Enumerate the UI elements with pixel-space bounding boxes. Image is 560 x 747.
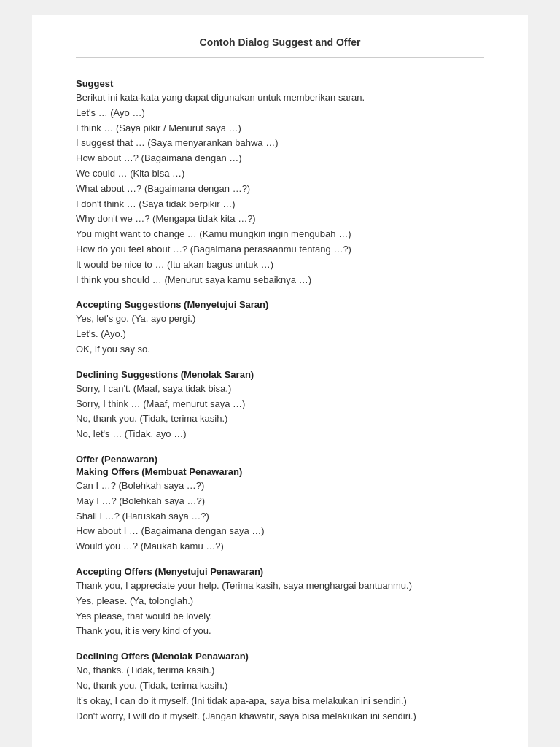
offer-line-3: How about I … (Bagaimana dengan saya …) [76,524,484,539]
accepting-suggestions-line-1: Let's. (Ayo.) [76,327,484,342]
section-heading-declining-suggestions: Declining Suggestions (Menolak Saran) [76,369,484,380]
accepting-offers-line-3: Thank you, it is very kind of you. [76,624,484,639]
page-title: Contoh Dialog Suggest and Offer [76,36,484,58]
offer-line-2: Shall I …? (Haruskah saya …?) [76,509,484,525]
suggest-line-5: We could … (Kita bisa …) [76,166,484,182]
offer-line-0: Can I …? (Bolehkah saya …?) [76,479,484,494]
declining-offers-line-2: It's okay, I can do it myself. (Ini tida… [76,694,484,709]
suggest-line-9: You might want to change … (Kamu mungkin… [76,227,484,242]
section-declining-suggestions: Declining Suggestions (Menolak Saran) So… [76,369,484,442]
suggest-line-4: How about …? (Bagaimana dengan …) [76,151,484,166]
accepting-suggestions-line-2: OK, if you say so. [76,342,484,357]
declining-suggestions-line-2: No, thank you. (Tidak, terima kasih.) [76,411,484,427]
accepting-offers-line-1: Yes, please. (Ya, tolonglah.) [76,594,484,609]
accepting-offers-line-0: Thank you, I appreciate your help. (Teri… [76,578,484,594]
suggest-line-0: Berikut ini kata-kata yang dapat digunak… [76,90,484,106]
section-heading-accepting-offers: Accepting Offers (Menyetujui Penawaran) [76,566,484,577]
accepting-suggestions-line-0: Yes, let's go. (Ya, ayo pergi.) [76,311,484,327]
declining-offers-line-0: No, thanks. (Tidak, terima kasih.) [76,663,484,678]
section-subheading-making-offers: Making Offers (Membuat Penawaran) [76,466,484,477]
section-heading-declining-offers: Declining Offers (Menolak Penawaran) [76,651,484,662]
section-offer: Offer (Penawaran) Making Offers (Membuat… [76,454,484,554]
section-heading-suggest: Suggest [76,78,484,89]
suggest-line-12: I think you should … (Menurut saya kamu … [76,273,484,288]
declining-offers-line-3: Don't worry, I will do it myself. (Janga… [76,709,484,724]
section-heading-offer: Offer (Penawaran) [76,454,484,465]
declining-offers-line-1: No, thank you. (Tidak, terima kasih.) [76,678,484,694]
section-accepting-suggestions: Accepting Suggestions (Menyetujui Saran)… [76,299,484,357]
suggest-line-6: What about …? (Bagaimana dengan …?) [76,182,484,197]
accepting-offers-line-2: Yes please, that would be lovely. [76,609,484,624]
suggest-line-10: How do you feel about …? (Bagaimana pera… [76,242,484,258]
section-suggest: Suggest Berikut ini kata-kata yang dapat… [76,78,484,287]
offer-line-4: Would you …? (Maukah kamu …?) [76,539,484,554]
declining-suggestions-line-1: Sorry, I think … (Maaf, menurut saya …) [76,397,484,412]
suggest-line-7: I don't think … (Saya tidak berpikir …) [76,197,484,212]
section-declining-offers: Declining Offers (Menolak Penawaran) No,… [76,651,484,724]
offer-line-1: May I …? (Bolehkah saya …?) [76,494,484,509]
suggest-line-11: It would be nice to … (Itu akan bagus un… [76,258,484,273]
suggest-line-3: I suggest that … (Saya menyarankan bahwa… [76,136,484,151]
page-container: Contoh Dialog Suggest and Offer Suggest … [32,15,528,747]
declining-suggestions-line-3: No, let's … (Tidak, ayo …) [76,427,484,442]
section-heading-accepting-suggestions: Accepting Suggestions (Menyetujui Saran) [76,299,484,310]
section-accepting-offers: Accepting Offers (Menyetujui Penawaran) … [76,566,484,639]
suggest-line-8: Why don't we …? (Mengapa tidak kita …?) [76,212,484,227]
suggest-line-1: Let's … (Ayo …) [76,106,484,121]
suggest-line-2: I think … (Saya pikir / Menurut saya …) [76,121,484,136]
declining-suggestions-line-0: Sorry, I can't. (Maaf, saya tidak bisa.) [76,382,484,397]
